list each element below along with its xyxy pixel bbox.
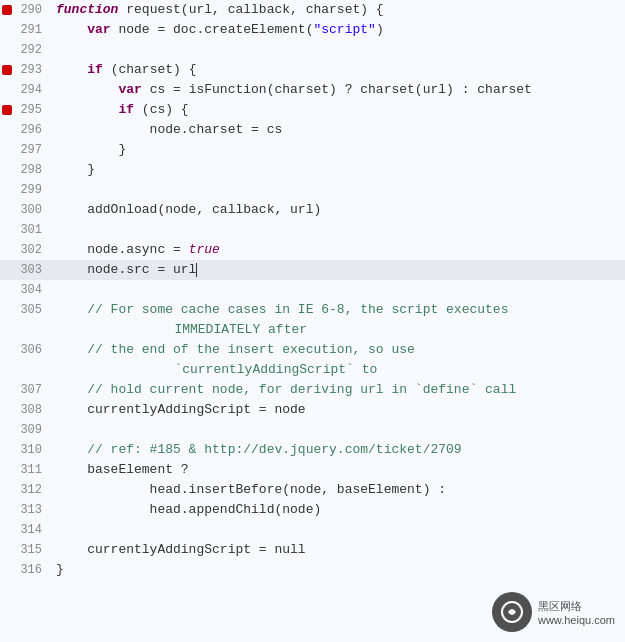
line-gutter: 316	[0, 560, 48, 580]
line-number: 311	[16, 460, 42, 480]
line-gutter: 303	[0, 260, 48, 280]
line-content[interactable]: // the end of the insert execution, so u…	[48, 340, 625, 380]
code-line: 307 // hold current node, for deriving u…	[0, 380, 625, 400]
line-content[interactable]: head.insertBefore(node, baseElement) :	[48, 480, 625, 500]
line-number: 290	[16, 0, 42, 20]
line-number: 295	[16, 100, 42, 120]
line-number: 313	[16, 500, 42, 520]
line-gutter: 310	[0, 440, 48, 460]
line-gutter: 299	[0, 180, 48, 200]
line-content[interactable]: head.appendChild(node)	[48, 500, 625, 520]
line-number: 293	[16, 60, 42, 80]
line-content[interactable]: }	[48, 160, 625, 180]
code-line: 297 }	[0, 140, 625, 160]
code-line: 302 node.async = true	[0, 240, 625, 260]
code-line: 311 baseElement ?	[0, 460, 625, 480]
code-line: 313 head.appendChild(node)	[0, 500, 625, 520]
breakpoint-marker	[2, 5, 12, 15]
breakpoint-marker	[2, 65, 12, 75]
line-gutter: 291	[0, 20, 48, 40]
line-content[interactable]: currentlyAddingScript = null	[48, 540, 625, 560]
code-line: 309	[0, 420, 625, 440]
line-number: 307	[16, 380, 42, 400]
watermark: 黑区网络 www.heiqu.com	[492, 592, 615, 632]
line-gutter: 309	[0, 420, 48, 440]
breakpoint-marker	[2, 105, 12, 115]
line-number: 299	[16, 180, 42, 200]
code-line: 296 node.charset = cs	[0, 120, 625, 140]
line-number: 298	[16, 160, 42, 180]
code-line: 304	[0, 280, 625, 300]
code-line: 293 if (charset) {	[0, 60, 625, 80]
line-content[interactable]: node.charset = cs	[48, 120, 625, 140]
line-gutter: 295	[0, 100, 48, 120]
line-content[interactable]: node.async = true	[48, 240, 625, 260]
code-line: 298 }	[0, 160, 625, 180]
line-content[interactable]: // hold current node, for deriving url i…	[48, 380, 625, 400]
line-number: 304	[16, 280, 42, 300]
line-content[interactable]: currentlyAddingScript = node	[48, 400, 625, 420]
line-number: 308	[16, 400, 42, 420]
line-gutter: 300	[0, 200, 48, 220]
line-number: 309	[16, 420, 42, 440]
line-content[interactable]: node.src = url	[48, 260, 625, 280]
line-content[interactable]: }	[48, 140, 625, 160]
line-number: 302	[16, 240, 42, 260]
line-gutter: 297	[0, 140, 48, 160]
line-number: 297	[16, 140, 42, 160]
code-line: 312 head.insertBefore(node, baseElement)…	[0, 480, 625, 500]
line-gutter: 290	[0, 0, 48, 20]
code-line: 301	[0, 220, 625, 240]
line-content[interactable]: var node = doc.createElement("script")	[48, 20, 625, 40]
code-line: 290function request(url, callback, chars…	[0, 0, 625, 20]
line-number: 300	[16, 200, 42, 220]
line-gutter: 312	[0, 480, 48, 500]
line-content[interactable]: addOnload(node, callback, url)	[48, 200, 625, 220]
line-gutter: 311	[0, 460, 48, 480]
code-line: 300 addOnload(node, callback, url)	[0, 200, 625, 220]
code-line: 314	[0, 520, 625, 540]
line-gutter: 302	[0, 240, 48, 260]
line-gutter: 296	[0, 120, 48, 140]
code-line: 316}	[0, 560, 625, 580]
line-content[interactable]: // For some cache cases in IE 6-8, the s…	[48, 300, 625, 340]
code-lines: 290function request(url, callback, chars…	[0, 0, 625, 580]
line-gutter: 294	[0, 80, 48, 100]
line-number: 315	[16, 540, 42, 560]
line-number: 301	[16, 220, 42, 240]
line-gutter: 307	[0, 380, 48, 400]
line-content[interactable]: if (charset) {	[48, 60, 625, 80]
code-line: 292	[0, 40, 625, 60]
line-number: 294	[16, 80, 42, 100]
watermark-logo	[492, 592, 532, 632]
code-line: 310 // ref: #185 & http://dev.jquery.com…	[0, 440, 625, 460]
line-number: 316	[16, 560, 42, 580]
line-content[interactable]: baseElement ?	[48, 460, 625, 480]
line-number: 312	[16, 480, 42, 500]
line-gutter: 315	[0, 540, 48, 560]
line-content[interactable]: // ref: #185 & http://dev.jquery.com/tic…	[48, 440, 625, 460]
code-line: 303 node.src = url	[0, 260, 625, 280]
watermark-text: 黑区网络 www.heiqu.com	[538, 599, 615, 626]
line-number: 292	[16, 40, 42, 60]
line-content[interactable]: var cs = isFunction(charset) ? charset(u…	[48, 80, 625, 100]
line-gutter: 292	[0, 40, 48, 60]
line-gutter: 304	[0, 280, 48, 300]
line-content[interactable]: if (cs) {	[48, 100, 625, 120]
line-number: 296	[16, 120, 42, 140]
line-gutter: 313	[0, 500, 48, 520]
line-number: 310	[16, 440, 42, 460]
line-number: 314	[16, 520, 42, 540]
line-content[interactable]: }	[48, 560, 625, 580]
line-gutter: 314	[0, 520, 48, 540]
code-editor: 290function request(url, callback, chars…	[0, 0, 625, 642]
line-number: 306	[16, 340, 42, 360]
code-line: 305 // For some cache cases in IE 6-8, t…	[0, 300, 625, 340]
line-content[interactable]: function request(url, callback, charset)…	[48, 0, 625, 20]
line-gutter: 306	[0, 340, 48, 360]
line-gutter: 293	[0, 60, 48, 80]
line-number: 303	[16, 260, 42, 280]
watermark-label: 黑区网络	[538, 599, 615, 614]
code-line: 315 currentlyAddingScript = null	[0, 540, 625, 560]
line-gutter: 305	[0, 300, 48, 320]
